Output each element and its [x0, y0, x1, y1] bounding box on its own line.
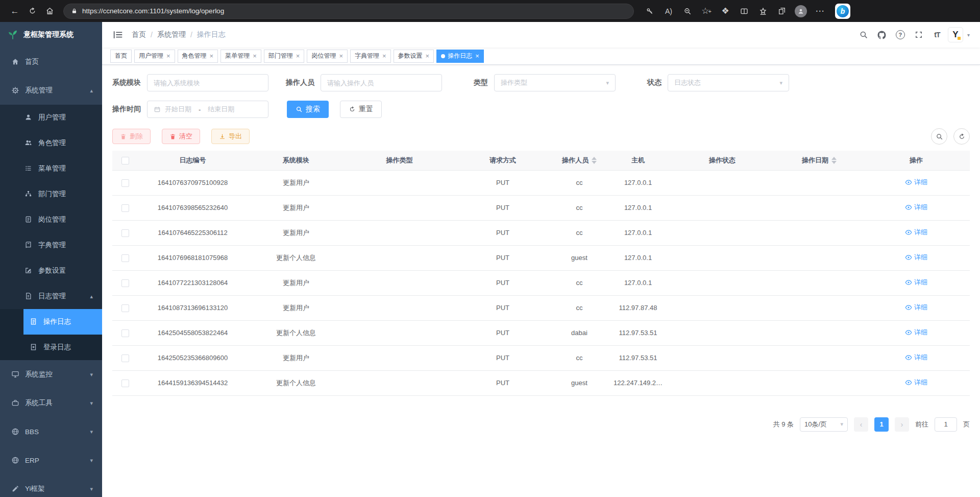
- tab-user-mgmt[interactable]: 用户管理×: [134, 50, 175, 63]
- add-favorite-icon[interactable]: ☆+: [698, 4, 715, 19]
- detail-link[interactable]: 详细: [905, 278, 927, 287]
- row-checkbox[interactable]: [121, 204, 129, 212]
- chevron-down-icon[interactable]: ▾: [967, 32, 970, 38]
- page-size-select[interactable]: 10条/页 ▾: [800, 417, 848, 432]
- detail-link[interactable]: 详细: [905, 328, 927, 337]
- tab-dept-mgmt[interactable]: 部门管理×: [264, 50, 305, 63]
- select-all-checkbox[interactable]: [121, 157, 129, 164]
- cell-type: [345, 370, 454, 395]
- operator-input[interactable]: [321, 74, 442, 91]
- row-checkbox[interactable]: [121, 354, 129, 362]
- sort-icons[interactable]: [831, 157, 837, 164]
- tab-home[interactable]: 首页: [110, 50, 132, 63]
- row-checkbox[interactable]: [121, 229, 129, 237]
- sidebar-item-dept-mgmt[interactable]: 部门管理: [0, 181, 102, 207]
- tab-role-mgmt[interactable]: 角色管理×: [178, 50, 218, 63]
- close-icon[interactable]: ×: [382, 52, 386, 60]
- split-screen-icon[interactable]: [736, 4, 753, 19]
- sort-icons[interactable]: [592, 157, 597, 164]
- browser-home-icon[interactable]: [41, 4, 58, 19]
- row-checkbox[interactable]: [121, 380, 129, 387]
- sidebar-item-yi-framework[interactable]: Yi框架 ▾: [0, 475, 102, 497]
- toggle-search-button[interactable]: [931, 128, 947, 145]
- fullscreen-icon[interactable]: [911, 27, 926, 42]
- sidebar-item-menu-mgmt[interactable]: 菜单管理: [0, 156, 102, 181]
- breadcrumb-system-mgmt[interactable]: 系统管理: [157, 30, 186, 39]
- sidebar-item-user-mgmt[interactable]: 用户管理: [0, 105, 102, 130]
- tab-operation-log[interactable]: 操作日志×: [436, 50, 484, 63]
- next-page-button[interactable]: ›: [895, 417, 909, 432]
- close-icon[interactable]: ×: [296, 52, 300, 60]
- sidebar-item-param-settings[interactable]: 参数设置: [0, 258, 102, 283]
- badge-icon: [24, 216, 33, 224]
- tab-post-mgmt[interactable]: 岗位管理×: [307, 50, 348, 63]
- refresh-page-icon[interactable]: [23, 4, 41, 19]
- reset-button[interactable]: 重置: [340, 101, 382, 118]
- date-range-picker[interactable]: 开始日期 - 结束日期: [147, 101, 268, 118]
- goto-page-input[interactable]: [935, 417, 957, 432]
- sidebar-item-erp[interactable]: ERP ▾: [0, 446, 102, 475]
- detail-link[interactable]: 详细: [905, 253, 927, 262]
- current-page-button[interactable]: 1: [874, 417, 889, 432]
- app-logo[interactable]: 意框架管理系统: [0, 22, 102, 48]
- collections-icon[interactable]: [773, 4, 791, 19]
- close-icon[interactable]: ×: [475, 52, 479, 60]
- detail-link[interactable]: 详细: [905, 353, 927, 362]
- delete-button[interactable]: 删除: [112, 129, 151, 144]
- sidebar-item-post-mgmt[interactable]: 岗位管理: [0, 207, 102, 232]
- detail-link[interactable]: 详细: [905, 228, 927, 237]
- detail-link[interactable]: 详细: [905, 378, 927, 387]
- github-icon[interactable]: [874, 27, 890, 42]
- search-button[interactable]: 搜索: [287, 101, 329, 118]
- bing-discover-icon[interactable]: b: [835, 4, 850, 19]
- detail-link[interactable]: 详细: [905, 178, 927, 187]
- sidebar-item-login-log[interactable]: 登录日志: [0, 335, 102, 360]
- close-icon[interactable]: ×: [253, 52, 257, 60]
- help-icon[interactable]: ?: [893, 27, 908, 42]
- sidebar-item-role-mgmt[interactable]: 角色管理: [0, 130, 102, 156]
- row-checkbox[interactable]: [121, 304, 129, 312]
- profile-avatar-icon[interactable]: [792, 4, 810, 19]
- sidebar-item-bbs[interactable]: BBS ▾: [0, 417, 102, 446]
- close-icon[interactable]: ×: [166, 52, 170, 60]
- tab-param-settings[interactable]: 参数设置×: [394, 50, 434, 63]
- clear-button[interactable]: 清空: [162, 129, 200, 144]
- extensions-icon[interactable]: ❖: [717, 4, 734, 19]
- sidebar-item-operation-log[interactable]: 操作日志: [0, 309, 102, 335]
- tab-dict-mgmt[interactable]: 字典管理×: [350, 50, 391, 63]
- sidebar-item-home[interactable]: 首页: [0, 48, 102, 76]
- row-checkbox[interactable]: [121, 254, 129, 262]
- read-aloud-icon[interactable]: A): [660, 4, 677, 19]
- sidebar-item-system-tools[interactable]: 系统工具 ▾: [0, 389, 102, 417]
- row-checkbox[interactable]: [121, 279, 129, 287]
- tab-menu-mgmt[interactable]: 菜单管理×: [220, 50, 261, 63]
- detail-link[interactable]: 详细: [905, 303, 927, 312]
- close-icon[interactable]: ×: [339, 52, 343, 60]
- row-checkbox[interactable]: [121, 329, 129, 337]
- address-bar[interactable]: https://ccnetcore.com:1101/system/log/op…: [63, 4, 634, 19]
- font-size-icon[interactable]: tT: [929, 27, 945, 42]
- zoom-out-icon[interactable]: [679, 4, 696, 19]
- user-avatar[interactable]: Y: [948, 27, 963, 42]
- sidebar-item-system-mgmt[interactable]: 系统管理 ▴: [0, 76, 102, 105]
- favorites-hub-icon[interactable]: [754, 4, 772, 19]
- more-options-icon[interactable]: ⋯: [811, 4, 828, 19]
- close-icon[interactable]: ×: [426, 52, 430, 60]
- close-icon[interactable]: ×: [210, 52, 214, 60]
- refresh-table-button[interactable]: [953, 128, 970, 145]
- sidebar-item-dict-mgmt[interactable]: 字典管理: [0, 232, 102, 258]
- sidebar-item-log-mgmt[interactable]: 日志管理 ▴: [0, 283, 102, 309]
- sidebar-item-system-monitor[interactable]: 系统监控 ▾: [0, 360, 102, 389]
- module-input[interactable]: [147, 74, 268, 91]
- sidebar-toggle-icon[interactable]: [112, 29, 124, 40]
- prev-page-button[interactable]: ‹: [854, 417, 868, 432]
- row-checkbox[interactable]: [121, 179, 129, 187]
- back-icon[interactable]: ←: [6, 4, 23, 19]
- password-key-icon[interactable]: [641, 4, 658, 19]
- detail-link[interactable]: 详细: [905, 203, 927, 212]
- breadcrumb-home[interactable]: 首页: [132, 30, 146, 39]
- export-button[interactable]: 导出: [211, 129, 250, 144]
- status-select[interactable]: 日志状态 ▾: [668, 74, 789, 91]
- search-icon[interactable]: [856, 27, 871, 42]
- type-select[interactable]: 操作类型 ▾: [494, 74, 616, 91]
